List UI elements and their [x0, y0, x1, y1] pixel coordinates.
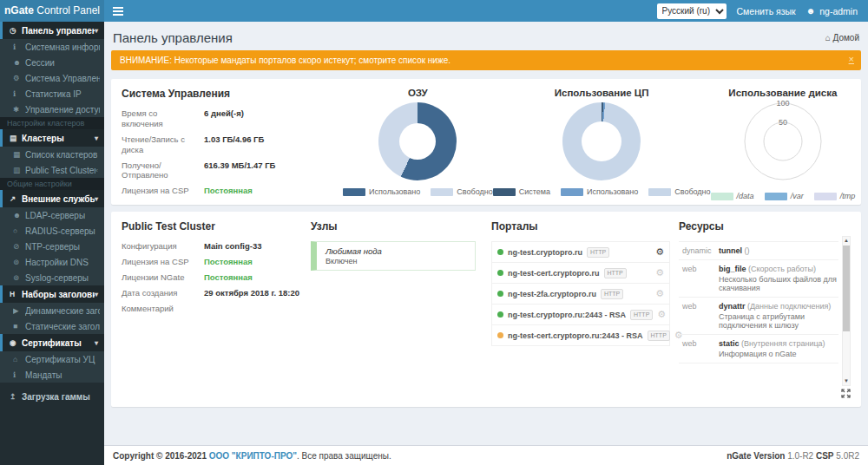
- portal-name: ng-test.cryptopro.ru:2443 - RSA: [508, 311, 626, 319]
- resource-body: static (Внутренняя страница)Информация о…: [719, 339, 825, 358]
- version-value: 1.0-R2: [785, 451, 816, 461]
- sidebar-subitem[interactable]: ☻LDAP-серверы: [0, 207, 104, 223]
- system-panel-title: Система Управления: [122, 88, 343, 100]
- page-title: Панель управления: [113, 30, 233, 45]
- cluster-panel-rows: КонфигурацияMain config-33Лицензия на CS…: [122, 241, 311, 313]
- sidebar-submenu: ▶Динамические заголовки■Статические заго…: [0, 303, 104, 334]
- globe-icon: ⊚: [13, 273, 25, 282]
- external-link-icon: ↗: [10, 194, 22, 203]
- sidebar-subitem-label: Динамические заголовки: [25, 306, 100, 316]
- user-menu[interactable]: ☻ ng-admin: [806, 6, 858, 16]
- sidebar-subitem-label: Управление доступом: [25, 105, 100, 115]
- portal-row[interactable]: ng-test-2fa.cryptopro.ruHTTP⚙: [492, 284, 669, 305]
- legend-label: /data: [737, 192, 754, 200]
- gear-icon[interactable]: ⚙: [655, 289, 664, 298]
- sidebar-subitem[interactable]: ☻Сессии: [0, 55, 104, 70]
- resource-row[interactable]: webstatic (Внутренняя страница)Информаци…: [679, 335, 838, 363]
- scroll-up-icon[interactable]: ▲: [844, 237, 849, 245]
- resource-title-line: static (Внутренняя страница): [719, 339, 825, 348]
- resources-scrollbar[interactable]: ▲ ▼: [842, 236, 851, 386]
- legend-label: /var: [791, 192, 804, 200]
- gear-icon[interactable]: ⚙: [655, 247, 664, 257]
- company-link[interactable]: ООО "КРИПТО-ПРО": [209, 451, 297, 461]
- sidebar-item[interactable]: ◷Панель управления▾: [0, 22, 104, 39]
- sidebar-subitem[interactable]: ℹСистемная информация: [0, 39, 104, 55]
- metric-value: Постоянная: [204, 186, 253, 196]
- resource-title-line: dynattr (Данные подключения): [719, 302, 838, 311]
- node-card[interactable]: Любимая нода Включен: [311, 241, 476, 271]
- legend-swatch: [561, 188, 583, 196]
- portal-row[interactable]: ng-test.cryptopro.ru:2443 - RSAHTTP⚙: [492, 305, 669, 325]
- portal-row[interactable]: ng-test-cert.cryptopro.ru:2443 - RSAHTTP…: [492, 325, 669, 346]
- resource-row[interactable]: webbig_file (Скорость работы)Несколько б…: [679, 260, 838, 298]
- sidebar-subitem[interactable]: ▥Public Test Cluster‹: [0, 162, 104, 178]
- sidebar-item[interactable]: HНаборы заголовков▾: [0, 285, 104, 303]
- expand-icon[interactable]: [841, 386, 851, 402]
- sidebar-subitem[interactable]: ⊘NTP-серверы: [0, 239, 104, 254]
- portal-row[interactable]: ng-test-cert.cryptopro.ruHTTP⚙: [492, 263, 669, 284]
- change-language-button[interactable]: Сменить язык: [737, 6, 796, 16]
- sidebar-subitem-label: Настройки DNS: [25, 258, 100, 267]
- sidebar-item[interactable]: ◉Сертификаты▾: [0, 334, 104, 351]
- node-status: Включен: [326, 257, 466, 265]
- resource-type: web: [682, 265, 719, 292]
- sidebar-subitem[interactable]: ⚙Система Управления: [0, 70, 104, 86]
- language-select[interactable]: Русский (ru): [657, 3, 727, 19]
- warning-banner: ВНИМАНИЕ: Некоторые мандаты порталов ско…: [111, 50, 861, 70]
- resource-name: dynattr: [719, 302, 746, 311]
- sidebar-subitem[interactable]: ℹМандаты: [0, 367, 104, 383]
- footer: Copyright © 2016-2021 ООО "КРИПТО-ПРО". …: [104, 445, 868, 465]
- sidebar-subitem-label: Сертификаты УЦ: [25, 355, 100, 364]
- portal-name: ng-test-cert.cryptopro.ru: [508, 269, 600, 278]
- protocol-badge: HTTP: [648, 331, 670, 341]
- sidebar-subitem-label: Мандаты: [25, 370, 100, 380]
- upload-icon: ↥: [10, 392, 22, 401]
- resource-name: big_file: [719, 265, 746, 273]
- app-logo[interactable]: nGate Control Panel: [0, 0, 104, 22]
- hamburger-menu-icon[interactable]: [113, 7, 123, 16]
- resource-title-line: tunnel (): [719, 246, 750, 255]
- users-icon: ☻: [13, 211, 25, 219]
- sidebar-subitem[interactable]: ⊚Syslog-серверы: [0, 270, 104, 285]
- scroll-down-icon[interactable]: ▼: [844, 377, 849, 385]
- resource-row[interactable]: webdynattr (Данные подключения)Страница …: [679, 298, 838, 335]
- sidebar-item[interactable]: ↗Внешние службы▾: [0, 190, 104, 207]
- portals-panel-title: Порталы: [491, 220, 670, 232]
- disk-chart-panel: Использование диска 100 50 /data/var/tmp: [711, 88, 856, 198]
- warning-close-button[interactable]: ×: [849, 55, 854, 64]
- legend-item: /var: [765, 192, 804, 200]
- main-content: Панель управления ⌂ Домой ВНИМАНИЕ: Неко…: [104, 22, 868, 445]
- sidebar-subitem[interactable]: ℹСтатистика IP: [0, 86, 104, 102]
- gear-icon[interactable]: ⚙: [657, 310, 666, 319]
- scrollbar-thumb[interactable]: [843, 246, 850, 331]
- sidebar-subitem[interactable]: ▶Динамические заголовки: [0, 303, 104, 318]
- gear-icon[interactable]: ⚙: [655, 268, 664, 278]
- resources-panel: Ресурсы dynamictunnel ()webbig_file (Ско…: [679, 220, 851, 398]
- cpu-chart-title: Использование ЦП: [555, 88, 649, 98]
- sidebar-submenu: ☻LDAP-серверы○RADIUS-серверы⊘NTP-серверы…: [0, 207, 104, 285]
- home-breadcrumb[interactable]: ⌂ Домой: [825, 33, 859, 43]
- resource-subtitle: (Внутренняя страница): [740, 339, 825, 348]
- sidebar-subitem[interactable]: ○RADIUS-серверы: [0, 223, 104, 239]
- cpu-chart-legend: СистемаИспользованоСвободно: [493, 187, 711, 196]
- legend-swatch: [431, 188, 453, 196]
- sidebar-subitem[interactable]: ⌂Сертификаты УЦ: [0, 351, 104, 367]
- home-label: Домой: [833, 33, 859, 43]
- cluster-panel-title: Public Test Cluster: [122, 220, 311, 232]
- sidebar-subitem[interactable]: ✱Управление доступом: [0, 102, 104, 117]
- resource-description: Несколько больших файлов для скачивания: [719, 275, 838, 292]
- info-icon: ℹ: [13, 370, 25, 379]
- sidebar-subitem[interactable]: ▦Список кластеров: [0, 147, 104, 162]
- sidebar-item[interactable]: ▤Кластеры▾: [0, 129, 104, 147]
- portal-row[interactable]: ng-test.cryptopro.ruHTTP⚙: [492, 242, 669, 263]
- sidebar-subitem[interactable]: ■Статические заголовки: [0, 318, 104, 334]
- resource-row[interactable]: dynamictunnel (): [679, 242, 838, 260]
- status-dot-icon: [497, 249, 503, 255]
- metric-value: Постоянная: [204, 257, 253, 267]
- metric-row: Лицензии NGateПостоянная: [122, 272, 311, 283]
- sidebar-subitem[interactable]: ⊚Настройки DNS: [0, 254, 104, 270]
- legend-item: /tmp: [814, 192, 856, 200]
- legend-item: Использовано: [343, 187, 420, 196]
- sidebar-item[interactable]: ↥Загрузка гаммы: [0, 388, 104, 405]
- list-icon: ▦: [13, 150, 25, 159]
